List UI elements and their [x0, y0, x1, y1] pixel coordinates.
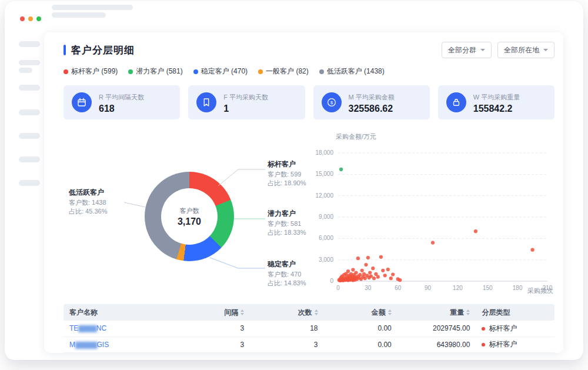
cell-amount: 0.00 [324, 336, 397, 352]
sidebar-skeleton-bar [19, 41, 40, 47]
legend-dot-icon [193, 69, 198, 74]
callout-inactive: 低活跃客户 客户数: 1438 占比: 45.36% [69, 188, 107, 216]
sidebar-skeleton-bar [19, 109, 40, 115]
legend-label: 一般客户 (82) [266, 66, 309, 76]
legend-dot-icon [64, 69, 68, 74]
minimize-button[interactable] [28, 16, 33, 21]
stat-value: 155842.2 [473, 104, 520, 114]
header-customer-name: 客户名称 [64, 304, 181, 321]
scatter-plot-area: 03,0006,0009,00012,00015,00018,000030609… [312, 137, 556, 308]
location-filter-label: 全部所在地 [504, 45, 539, 55]
segment-dot-icon [482, 327, 485, 331]
svg-text:90: 90 [425, 285, 432, 291]
svg-text:6,000: 6,000 [319, 235, 333, 241]
legend-item-inactive[interactable]: 低活跃客户 (1438) [319, 66, 385, 76]
cell-segment-type: 标杆客户 [476, 336, 554, 352]
stat-card-weight: W 平均采购重量 155842.2 [438, 85, 554, 119]
donut-center: 客户数 3,170 [161, 188, 218, 245]
panel-header: 客户分层明细 全部分群 全部所在地 [64, 42, 554, 58]
sidebar-skeleton-bar [19, 156, 40, 162]
legend-item-stable[interactable]: 稳定客户 (470) [193, 66, 248, 76]
top-skeleton-bar [52, 5, 133, 10]
stat-prefix: F [223, 94, 228, 101]
donut-ring[interactable]: 客户数 3,170 [145, 172, 234, 261]
screenshot-stage: 客户分层明细 全部分群 全部所在地 标杆客户 (599 [0, 0, 588, 370]
customer-name-link[interactable]: M██████GIS [69, 341, 109, 349]
sort-icon[interactable] [315, 309, 318, 315]
stat-value: 618 [99, 104, 144, 114]
scatter-x-axis-title: 采购频次 [527, 286, 553, 295]
svg-text:120: 120 [453, 285, 463, 291]
svg-text:180: 180 [513, 285, 523, 291]
stat-cards: R 平均间隔天数 618 F 平均采购天数 1 [64, 85, 554, 119]
sort-icon[interactable] [240, 309, 244, 315]
svg-text:60: 60 [395, 285, 402, 291]
zoom-button[interactable] [36, 16, 41, 21]
stat-value: 325586.62 [349, 104, 395, 114]
cell-gap: 3 [181, 336, 250, 352]
sidebar-skeleton-bar [19, 60, 40, 65]
svg-text:0: 0 [330, 278, 333, 284]
svg-text:18,000: 18,000 [315, 149, 333, 156]
stat-prefix: W [473, 94, 479, 101]
sidebar-skeleton-bar [19, 85, 40, 91]
app-window: 客户分层明细 全部分群 全部所在地 标杆客户 (599 [5, 1, 583, 360]
cell-count: 18 [250, 321, 323, 336]
chevron-down-icon [543, 49, 548, 51]
main-panel: 客户分层明细 全部分群 全部所在地 标杆客户 (599 [44, 32, 563, 353]
stat-label: 平均间隔天数 [105, 94, 144, 101]
stat-prefix: M [349, 94, 354, 101]
filter-selects: 全部分群 全部所在地 [442, 42, 554, 58]
table-header-row: 客户名称 间隔 次数 金额 重量 分层类型 [64, 304, 554, 321]
title-accent-bar [64, 45, 66, 55]
header-amount-sort[interactable]: 金额 [324, 304, 397, 321]
svg-text:15,000: 15,000 [315, 171, 333, 177]
legend-label: 稳定客户 (470) [201, 66, 248, 76]
stat-prefix: R [99, 94, 103, 101]
callout-potential: 潜力客户 客户数: 581 占比: 18.33% [268, 209, 306, 237]
close-button[interactable] [20, 16, 25, 21]
legend-item-general[interactable]: 一般客户 (82) [258, 66, 309, 76]
svg-text:150: 150 [483, 285, 493, 291]
table-row: M██████GIS 3 3 0.00 643980.00 标杆客户 [64, 336, 554, 352]
stat-card-recency: R 平均间隔天数 618 [64, 85, 180, 119]
header-segment-type: 分层类型 [476, 304, 554, 321]
scatter-chart[interactable]: 采购金额/万元 03,0006,0009,00012,00015,00018,0… [312, 132, 556, 309]
customer-table: 客户名称 间隔 次数 金额 重量 分层类型 TE█████NC 3 18 [64, 304, 554, 353]
legend-label: 标杆客户 (599) [71, 66, 118, 76]
stat-label: 平均采购重量 [481, 94, 520, 101]
header-weight-sort[interactable]: 重量 [397, 304, 476, 321]
legend-dot-icon [319, 69, 324, 74]
cell-gap: 3 [181, 321, 250, 336]
svg-text:0: 0 [336, 285, 340, 291]
stat-card-frequency: F 平均采购天数 1 [188, 85, 305, 119]
svg-text:3,000: 3,000 [319, 256, 333, 263]
legend-dot-icon [258, 69, 263, 74]
sort-icon[interactable] [466, 309, 470, 315]
stat-value: 1 [223, 104, 268, 114]
masked-text: ██████ [75, 342, 97, 348]
legend-dot-icon [128, 69, 133, 74]
legend-item-potential[interactable]: 潜力客户 (581) [128, 66, 182, 76]
masked-text: █████ [78, 325, 96, 332]
table-row: TE█████NC 3 18 0.00 2029745.00 标杆客户 [64, 321, 554, 336]
weight-icon [446, 92, 466, 112]
group-filter-select[interactable]: 全部分群 [442, 42, 492, 58]
legend-item-benchmark[interactable]: 标杆客户 (599) [64, 66, 118, 76]
customer-name-link[interactable]: TE█████NC [69, 324, 106, 332]
stat-label: 平均采购金额 [356, 94, 395, 101]
coin-icon: $ [322, 92, 342, 112]
cell-amount: 0.00 [324, 321, 397, 336]
header-count-sort[interactable]: 次数 [250, 304, 323, 321]
chevron-down-icon [480, 49, 485, 51]
header-gap-sort[interactable]: 间隔 [181, 304, 250, 321]
page-title: 客户分层明细 [71, 44, 135, 57]
donut-center-label: 客户数 [180, 206, 199, 215]
sort-icon[interactable] [388, 309, 392, 315]
callout-benchmark: 标杆客户 客户数: 599 占比: 18.90% [268, 160, 306, 188]
segment-legend: 标杆客户 (599) 潜力客户 (581) 稳定客户 (470) 一般客户 (8… [64, 66, 385, 76]
location-filter-select[interactable]: 全部所在地 [497, 42, 554, 58]
sidebar-skeleton-bar [19, 133, 40, 139]
legend-label: 低活跃客户 (1438) [327, 66, 385, 76]
cell-weight: 643980.00 [397, 336, 476, 352]
